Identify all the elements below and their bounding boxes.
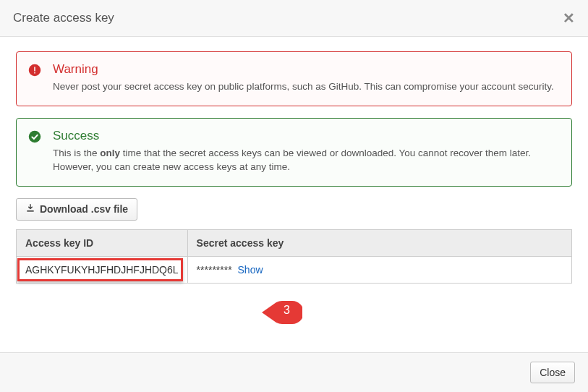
close-button-label: Close xyxy=(540,367,566,378)
access-key-table: Access key ID Secret access key AGHKYFUK… xyxy=(16,229,572,284)
annotation-callout: 3 xyxy=(262,301,302,324)
warning-title: Warning xyxy=(53,62,560,77)
close-icon[interactable]: ✕ xyxy=(563,11,575,25)
modal-header: Create access key ✕ xyxy=(0,0,588,37)
modal-footer: Close xyxy=(0,352,588,392)
cell-secret-access-key: ********* Show xyxy=(187,256,571,283)
success-alert: Success This is the only time that the s… xyxy=(16,118,572,187)
table-row: AGHKYFUKYHJFHDJHFJHDQ6L ********* Show xyxy=(17,256,572,283)
modal-body: Warning Never post your secret access ke… xyxy=(0,37,588,298)
check-circle-icon xyxy=(28,130,41,146)
modal-title: Create access key xyxy=(13,11,114,25)
exclamation-circle-icon xyxy=(28,64,41,80)
svg-rect-2 xyxy=(34,72,35,74)
access-key-id-value: AGHKYFUKYHJFHDJHFJHDQ6L xyxy=(25,264,179,276)
secret-masked-value: ********* xyxy=(197,264,232,276)
col-secret-access-key: Secret access key xyxy=(187,229,571,256)
warning-alert: Warning Never post your secret access ke… xyxy=(16,51,572,106)
annotation-number: 3 xyxy=(284,304,290,317)
success-title: Success xyxy=(53,129,560,143)
svg-rect-1 xyxy=(34,67,35,72)
close-button[interactable]: Close xyxy=(530,362,575,383)
warning-text: Never post your secret access key on pub… xyxy=(53,80,560,94)
download-icon xyxy=(25,203,35,216)
show-secret-link[interactable]: Show xyxy=(238,264,263,276)
col-access-key-id: Access key ID xyxy=(17,229,188,256)
svg-point-3 xyxy=(29,130,41,142)
success-text: This is the only time that the secret ac… xyxy=(53,146,560,174)
svg-rect-4 xyxy=(27,210,33,212)
download-csv-button[interactable]: Download .csv file xyxy=(16,198,137,221)
download-csv-label: Download .csv file xyxy=(40,203,128,215)
cell-access-key-id: AGHKYFUKYHJFHDJHFJHDQ6L xyxy=(17,256,188,283)
